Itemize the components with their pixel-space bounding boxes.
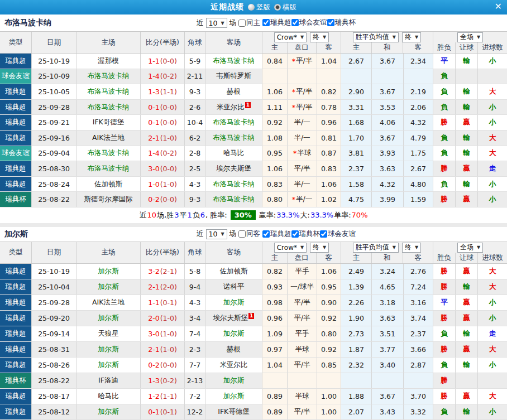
competition-type-cell: 瑞典杯 xyxy=(0,373,32,388)
radio-selected-icon[interactable] xyxy=(274,4,281,11)
handicap-value: 半球 xyxy=(295,392,309,401)
away-team-name: 埃尔夫斯堡 xyxy=(213,313,248,323)
result-wdl-cell: 負 xyxy=(433,146,456,161)
summary-part: 3 xyxy=(174,211,179,219)
match-row: 瑞典超25-08-26加尔斯0-2(0-0)7-7米亚尔比1.04平/半0.85… xyxy=(0,358,507,373)
layout-vertical-option[interactable]: 竖版 xyxy=(248,3,270,12)
league-checkbox-input[interactable] xyxy=(320,230,327,238)
result-handicap-cell: 輸 xyxy=(456,326,478,341)
result-goals-cell: 大 xyxy=(478,264,507,279)
score-cell: 1-3(1-1) xyxy=(141,84,185,99)
avg-type-select[interactable]: 胜平负均值▼ xyxy=(353,32,399,42)
odds-away-cell: 0.80 xyxy=(317,326,341,341)
handicap-value: 半/一 xyxy=(294,133,310,143)
odds-final-select[interactable]: 终▼ xyxy=(310,243,329,253)
avg-away-cell: 2.76 xyxy=(404,264,433,279)
layout-horizontal-option[interactable]: 横版 xyxy=(274,3,296,12)
same-venue-checkbox[interactable]: 同客 xyxy=(238,229,260,239)
col-header-odds_home: 主 xyxy=(262,253,288,263)
header-group: Crow*▼终▼主盘口客 xyxy=(262,32,341,53)
summary-part: 33.3% xyxy=(276,211,299,219)
result-wdl-cell: 勝 xyxy=(433,161,456,176)
full-score: 2-0 xyxy=(148,314,159,322)
team-section-away: 加尔斯 近 10▼ 场 同客 瑞典超瑞典杯球会友谊 类型日期主场比分(半场)角球… xyxy=(0,227,507,420)
filter-league-checkbox[interactable]: 瑞典超 xyxy=(262,18,291,27)
league-checkbox-input[interactable] xyxy=(262,230,270,238)
odds-away-cell: 0.92 xyxy=(317,342,341,357)
summary-part: , 胜率: xyxy=(205,210,227,220)
sub-header-row: 胜负让球进球数 xyxy=(433,253,507,263)
avg-final-select[interactable]: 终▼ xyxy=(402,32,421,42)
filter-league-checkbox[interactable]: 瑞典超 xyxy=(262,229,291,239)
result-goals-cell: 大 xyxy=(478,389,507,404)
competition-type-cell: 瑞典超 xyxy=(0,100,32,115)
avg-home-cell: 2.49 xyxy=(341,264,372,279)
result-wdl-cell: 勝 xyxy=(433,192,456,207)
scope-select[interactable]: 全场▼ xyxy=(457,243,483,253)
league-checkbox-input[interactable] xyxy=(262,19,270,26)
away-team-name: 诺科平 xyxy=(223,282,245,292)
match-row: 瑞典杯25-08-22斯德哥尔摩国际0-2(0-0)9-3布洛马波卡纳0.80*… xyxy=(0,192,507,207)
col-header-home: 主场 xyxy=(76,242,141,263)
avg-home-cell: 2.73 xyxy=(341,326,372,341)
match-count-select[interactable]: 10▼ xyxy=(206,229,227,239)
handicap-cell: 平手 xyxy=(288,326,317,341)
odds-company-select[interactable]: Crow*▼ xyxy=(274,243,307,253)
odds-away-cell: 0.92 xyxy=(317,311,341,326)
away-team-name: IFK哥德堡 xyxy=(218,407,250,417)
filter-league-checkbox[interactable]: 球会友谊 xyxy=(320,229,356,239)
away-team-cell: 哈马比 xyxy=(205,146,262,161)
same-venue-input[interactable] xyxy=(238,20,246,27)
match-date-cell: 25-08-22 xyxy=(32,373,76,388)
avg-final-select[interactable]: 终▼ xyxy=(402,243,421,253)
away-team-name: 赫根 xyxy=(227,345,241,354)
avg-away-cell: 1.75 xyxy=(404,146,433,161)
odds-final-select[interactable]: 终▼ xyxy=(310,32,329,42)
scope-select[interactable]: 全场▼ xyxy=(457,32,483,42)
filter-league-checkbox[interactable]: 球会友谊 xyxy=(291,18,327,27)
col-header-result_wdl: 胜负 xyxy=(433,253,456,263)
radio-unselected-icon[interactable] xyxy=(248,4,255,11)
league-filter-group: 瑞典超球会友谊瑞典杯 xyxy=(262,18,356,28)
home-team-name: 布洛马波卡纳 xyxy=(88,87,130,96)
filter-league-checkbox[interactable]: 瑞典杯 xyxy=(327,18,356,27)
half-score: (2-0) xyxy=(160,283,177,291)
home-team-cell: 哈马比 xyxy=(76,389,141,404)
handicap-cell: *半球 xyxy=(288,146,317,161)
league-checkbox-input[interactable] xyxy=(291,230,299,238)
close-icon[interactable]: ✕ xyxy=(495,1,502,12)
match-row: 瑞典超25-08-12加尔斯0-1(0-1)12-2IFK哥德堡0.89平/半1… xyxy=(0,404,507,420)
header-group: Crow*▼终▼主盘口客 xyxy=(262,242,341,263)
result-goals-cell xyxy=(478,69,507,84)
same-venue-input[interactable] xyxy=(238,230,246,238)
same-venue-checkbox[interactable]: 同主 xyxy=(238,18,260,28)
avg-type-select[interactable]: 胜平负均值▼ xyxy=(353,243,399,253)
match-date-cell: 25-09-20 xyxy=(32,311,76,326)
competition-type-cell: 球会友谊 xyxy=(0,146,32,161)
chevron-down-icon: ▼ xyxy=(323,245,326,250)
competition-type-cell: 瑞典超 xyxy=(0,131,32,146)
avg-home-cell: 1.87 xyxy=(341,342,372,357)
filter-league-checkbox[interactable]: 瑞典杯 xyxy=(291,229,321,239)
home-team-name: 佐加顿斯 xyxy=(94,180,122,189)
league-checkbox-input[interactable] xyxy=(291,19,299,26)
chevron-down-icon: ▼ xyxy=(477,35,480,40)
score-cell: 0-1(0-1) xyxy=(141,404,185,419)
half-score: (0-2) xyxy=(160,149,177,157)
half-score: (1-0) xyxy=(160,314,177,322)
match-count-select[interactable]: 10▼ xyxy=(206,18,227,28)
avg-home-cell: 2.90 xyxy=(341,84,372,99)
titlebar: 近期战绩 竖版 横版 ✕ xyxy=(0,0,507,15)
competition-type-cell: 瑞典超 xyxy=(0,84,32,99)
avg-away-cell xyxy=(404,373,433,388)
red-card-badge: 1 xyxy=(245,102,251,108)
league-checkbox-input[interactable] xyxy=(327,19,334,26)
handicap-value: 平/半 xyxy=(294,407,310,417)
odds-company-select[interactable]: Crow*▼ xyxy=(274,32,307,42)
corner-cell: 10-4 xyxy=(185,115,205,130)
league-label: 瑞典杯 xyxy=(335,18,356,27)
col-header-odds_home: 主 xyxy=(262,42,288,53)
home-team-cell: AIK法兰地 xyxy=(76,131,141,146)
summary-part: 大: xyxy=(300,210,310,220)
full-score: 3-0 xyxy=(148,330,159,338)
